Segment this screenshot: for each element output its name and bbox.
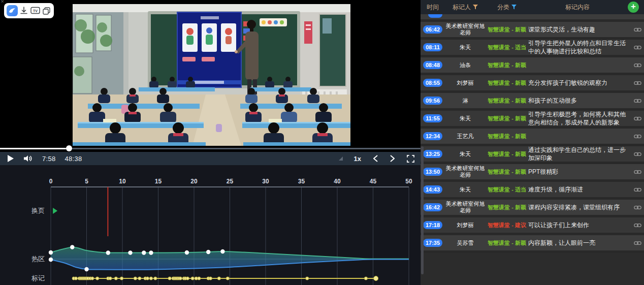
hotzone-dot[interactable] bbox=[84, 267, 88, 271]
volume-button[interactable] bbox=[24, 152, 33, 165]
time-badge[interactable]: 06:42 bbox=[423, 25, 442, 34]
marker-dot[interactable] bbox=[114, 277, 117, 280]
marker-dot[interactable] bbox=[149, 277, 152, 280]
timeline-chart[interactable]: 05101520253035404550换页热区标记 bbox=[0, 165, 421, 285]
progress-knob[interactable] bbox=[66, 145, 72, 151]
time-badge[interactable]: 16:42 bbox=[423, 203, 442, 211]
table-row[interactable]: 13:50美术教研室何旭老师智慧课堂 - 新颖PPT很精彩 bbox=[421, 164, 644, 182]
link-icon[interactable] bbox=[631, 187, 644, 192]
header-annotator[interactable]: 标记人 bbox=[445, 3, 486, 12]
marker-dot[interactable] bbox=[91, 277, 94, 280]
marker-dot[interactable] bbox=[179, 277, 182, 280]
table-row[interactable]: 17:18刘梦丽智慧课堂 - 建议可以让孩子们上来创作 bbox=[421, 217, 644, 235]
marker-dot[interactable] bbox=[191, 277, 194, 280]
time-badge[interactable]: 13:25 bbox=[423, 150, 442, 158]
marker-dot[interactable] bbox=[146, 277, 149, 280]
table-row[interactable]: 17:35吴苏雪智慧课堂 - 新颖内容新颖，让人眼前一亮 bbox=[421, 235, 644, 253]
marker-dot[interactable] bbox=[154, 277, 157, 280]
marker-dot[interactable] bbox=[226, 277, 229, 280]
marker-dot[interactable] bbox=[134, 277, 137, 280]
prev-button[interactable] bbox=[373, 152, 378, 165]
hotzone-dot[interactable] bbox=[206, 250, 210, 254]
panel-toggle-triangle-icon[interactable] bbox=[339, 152, 343, 165]
tv-icon[interactable]: TV bbox=[30, 5, 40, 16]
play-button[interactable] bbox=[7, 152, 14, 165]
link-icon[interactable] bbox=[631, 223, 644, 228]
marker-dot[interactable] bbox=[168, 277, 171, 280]
table-row[interactable]: 16:42美术教研室何旭老师智慧课堂 - 新颖课程内容安排紧凑，课堂组织有序 bbox=[421, 200, 644, 217]
link-icon[interactable] bbox=[631, 205, 644, 210]
marker-dot[interactable] bbox=[138, 277, 141, 280]
time-badge[interactable]: 08:11 bbox=[423, 43, 442, 51]
table-row[interactable]: 08:11朱天智慧课堂 - 适当引导学生把外星人的特点和日常生活中的人事物进行比… bbox=[421, 40, 644, 57]
table-row[interactable]: 09:56淋智慧课堂 - 新颖和孩子的互动很多 bbox=[421, 93, 644, 111]
table-row[interactable]: 08:48油条智慧课堂 - 新颖 bbox=[421, 57, 644, 75]
hotzone-dot[interactable] bbox=[70, 245, 74, 249]
app-logo-icon[interactable] bbox=[7, 5, 18, 16]
time-badge[interactable]: 08:48 bbox=[423, 61, 442, 69]
time-cell: 16:42 bbox=[421, 203, 445, 211]
pageflip-marker[interactable] bbox=[53, 208, 57, 214]
table-row[interactable]: 12:34王艺凡智慧课堂 - 新颖 bbox=[421, 129, 644, 146]
hotzone-dot[interactable] bbox=[142, 250, 146, 255]
table-row[interactable]: 06:42美术教研室何旭老师智慧课堂 - 新颖课堂形式灵活，生动有趣 bbox=[421, 22, 644, 40]
marker-dot[interactable] bbox=[306, 277, 309, 280]
hotzone-dot[interactable] bbox=[185, 250, 189, 255]
marker-dot[interactable] bbox=[109, 277, 112, 280]
toolbar-close-icon[interactable]: ✕ bbox=[1, 0, 5, 4]
add-annotation-button[interactable]: + bbox=[628, 2, 639, 13]
hotzone-dot[interactable] bbox=[49, 258, 53, 262]
link-icon[interactable] bbox=[631, 99, 644, 103]
video-frame[interactable] bbox=[73, 4, 350, 146]
category-label: 智慧课堂 - 新颖 bbox=[486, 62, 528, 69]
link-icon[interactable] bbox=[631, 63, 644, 68]
table-row[interactable]: 13:25朱天智慧课堂 - 新颖通过实践和学生自己的总结，进一步加深印象 bbox=[421, 146, 644, 164]
marker-dot[interactable] bbox=[186, 277, 189, 280]
hotzone-dot[interactable] bbox=[49, 250, 53, 255]
table-row[interactable]: 14:43朱天智慧课堂 - 适当难度升级，循序渐进 bbox=[421, 182, 644, 200]
table-row-partial[interactable] bbox=[421, 14, 644, 22]
time-badge[interactable]: 12:34 bbox=[423, 132, 442, 140]
filter-icon[interactable] bbox=[511, 5, 517, 10]
link-icon[interactable] bbox=[631, 241, 644, 245]
hotzone-dot[interactable] bbox=[149, 250, 153, 255]
marker-dot[interactable] bbox=[217, 277, 220, 280]
link-icon[interactable] bbox=[631, 27, 644, 32]
marker-dot[interactable] bbox=[209, 277, 212, 280]
header-category[interactable]: 分类 bbox=[486, 3, 528, 12]
time-badge[interactable]: 17:35 bbox=[423, 239, 442, 247]
time-badge[interactable]: 09:56 bbox=[423, 97, 442, 105]
fullscreen-icon[interactable] bbox=[407, 152, 414, 165]
progress-bar[interactable] bbox=[0, 148, 421, 149]
time-badge[interactable]: 17:18 bbox=[423, 221, 442, 229]
marker-dot[interactable] bbox=[198, 277, 201, 280]
filter-icon[interactable] bbox=[473, 5, 478, 10]
table-scrollbar[interactable] bbox=[421, 146, 424, 274]
hotzone-dot[interactable] bbox=[128, 250, 132, 255]
table-row[interactable]: 08:55刘梦丽智慧课堂 - 新颖充分发挥孩子们敏锐的观察力 bbox=[421, 75, 644, 93]
time-badge[interactable]: 11:55 bbox=[423, 114, 442, 122]
marker-dot[interactable] bbox=[364, 277, 367, 280]
hotzone-dot[interactable] bbox=[106, 250, 110, 255]
marker-dot[interactable] bbox=[74, 277, 77, 280]
marker-dot[interactable] bbox=[120, 277, 123, 280]
hotzone-dot[interactable] bbox=[220, 249, 224, 254]
link-icon[interactable] bbox=[631, 116, 644, 121]
table-row[interactable]: 11:55朱天智慧课堂 - 新颖引导学生积极思考，如何将人和其他意向相结合，形成… bbox=[421, 111, 644, 129]
link-icon[interactable] bbox=[631, 152, 644, 156]
marker-dot[interactable] bbox=[374, 276, 378, 281]
link-icon[interactable] bbox=[631, 45, 644, 50]
playback-speed[interactable]: 1x bbox=[354, 155, 361, 163]
download-icon[interactable] bbox=[19, 5, 29, 16]
marker-content: 充分发挥孩子们敏锐的观察力 bbox=[528, 79, 631, 87]
link-icon[interactable] bbox=[631, 170, 644, 174]
time-badge[interactable]: 13:50 bbox=[423, 168, 442, 176]
time-badge[interactable]: 08:55 bbox=[423, 79, 442, 87]
header-time[interactable]: 时间 bbox=[421, 3, 445, 12]
marker-dot[interactable] bbox=[96, 277, 99, 280]
link-icon[interactable] bbox=[631, 134, 644, 139]
next-button[interactable] bbox=[390, 152, 395, 165]
link-icon[interactable] bbox=[631, 81, 644, 85]
time-badge[interactable]: 14:43 bbox=[423, 185, 442, 194]
copy-icon[interactable] bbox=[41, 5, 51, 16]
